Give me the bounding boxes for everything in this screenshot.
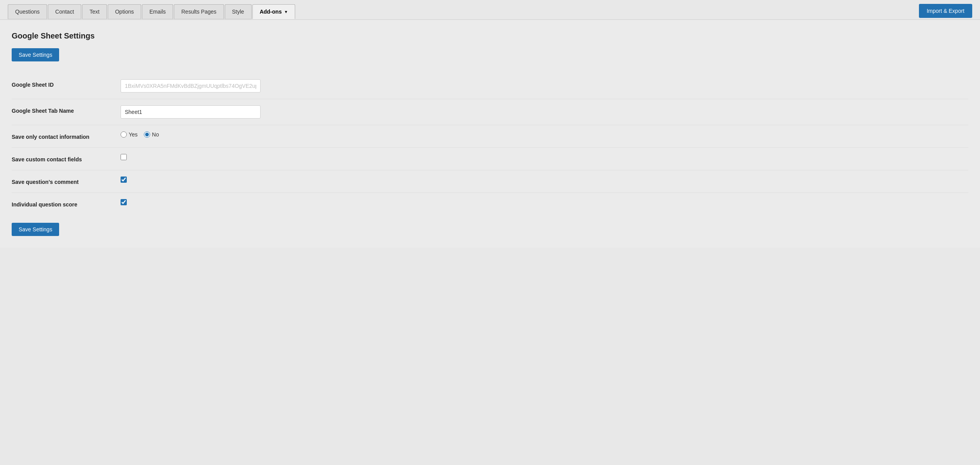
- save-question-comment-label: Save question's comment: [12, 177, 121, 186]
- radio-yes-label[interactable]: Yes: [121, 131, 138, 138]
- save-custom-contact-control: [121, 154, 968, 160]
- radio-yes-input[interactable]: [121, 131, 127, 138]
- radio-yes-text: Yes: [129, 131, 138, 138]
- chevron-down-icon: ▼: [284, 10, 288, 14]
- radio-no-label[interactable]: No: [144, 131, 159, 138]
- google-sheet-tab-name-label: Google Sheet Tab Name: [12, 105, 121, 115]
- settings-table: Google Sheet ID Google Sheet Tab Name Sa…: [12, 73, 968, 215]
- individual-question-score-checkbox[interactable]: [121, 199, 127, 205]
- main-content: Google Sheet Settings Save Settings Goog…: [0, 20, 980, 248]
- save-settings-bottom-button[interactable]: Save Settings: [12, 223, 59, 236]
- setting-row-individual-question-score: Individual question score: [12, 193, 968, 215]
- save-settings-top-button[interactable]: Save Settings: [12, 48, 59, 61]
- save-only-contact-control: Yes No: [121, 131, 968, 138]
- tab-text[interactable]: Text: [82, 4, 107, 19]
- google-sheet-id-label: Google Sheet ID: [12, 79, 121, 89]
- tab-questions[interactable]: Questions: [8, 4, 47, 19]
- setting-row-save-custom-contact: Save custom contact fields: [12, 148, 968, 170]
- save-only-contact-label: Save only contact information: [12, 131, 121, 141]
- radio-no-input[interactable]: [144, 131, 150, 138]
- radio-no-text: No: [152, 131, 159, 138]
- google-sheet-id-input[interactable]: [121, 79, 261, 93]
- tab-emails[interactable]: Emails: [142, 4, 173, 19]
- tab-bar: Questions Contact Text Options Emails Re…: [0, 0, 980, 20]
- setting-row-tab-name: Google Sheet Tab Name: [12, 99, 968, 125]
- tab-contact[interactable]: Contact: [48, 4, 81, 19]
- save-question-comment-checkbox[interactable]: [121, 177, 127, 183]
- import-export-button[interactable]: Import & Export: [919, 4, 972, 18]
- setting-row-save-question-comment: Save question's comment: [12, 170, 968, 192]
- tab-add-ons[interactable]: Add-ons ▼: [252, 4, 296, 19]
- google-sheet-tab-name-input[interactable]: [121, 105, 261, 119]
- individual-question-score-control: [121, 199, 968, 205]
- setting-row-google-sheet-id: Google Sheet ID: [12, 73, 968, 99]
- google-sheet-id-control: [121, 79, 968, 93]
- individual-question-score-label: Individual question score: [12, 199, 121, 209]
- tab-style[interactable]: Style: [225, 4, 252, 19]
- setting-row-save-only-contact: Save only contact information Yes No: [12, 125, 968, 147]
- tab-bar-inner: Questions Contact Text Options Emails Re…: [0, 4, 919, 19]
- save-question-comment-control: [121, 177, 968, 183]
- tab-options[interactable]: Options: [108, 4, 141, 19]
- tab-results-pages[interactable]: Results Pages: [174, 4, 224, 19]
- save-custom-contact-label: Save custom contact fields: [12, 154, 121, 164]
- google-sheet-tab-name-control: [121, 105, 968, 119]
- save-custom-contact-checkbox[interactable]: [121, 154, 127, 160]
- page-title: Google Sheet Settings: [12, 31, 968, 40]
